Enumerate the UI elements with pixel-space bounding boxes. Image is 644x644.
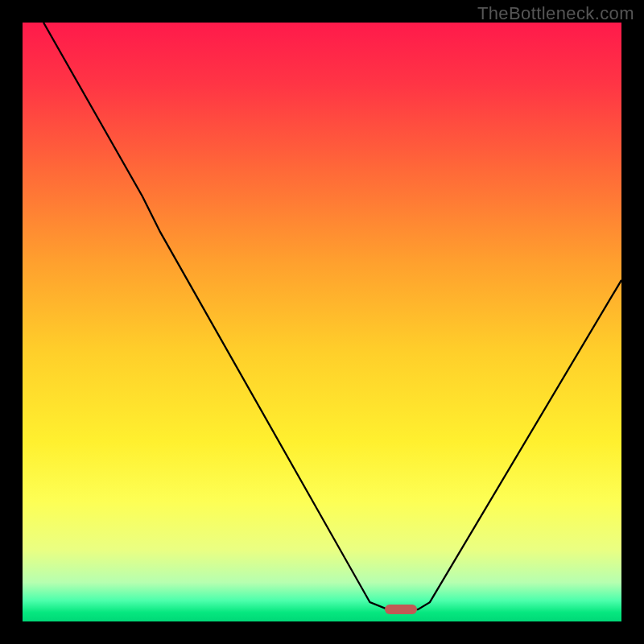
curve-path [43,23,621,609]
chart-frame: TheBottleneck.com [0,0,644,644]
optimal-marker [385,605,416,614]
plot-area [23,23,621,621]
watermark-text: TheBottleneck.com [477,3,634,24]
bottleneck-curve [23,23,621,621]
